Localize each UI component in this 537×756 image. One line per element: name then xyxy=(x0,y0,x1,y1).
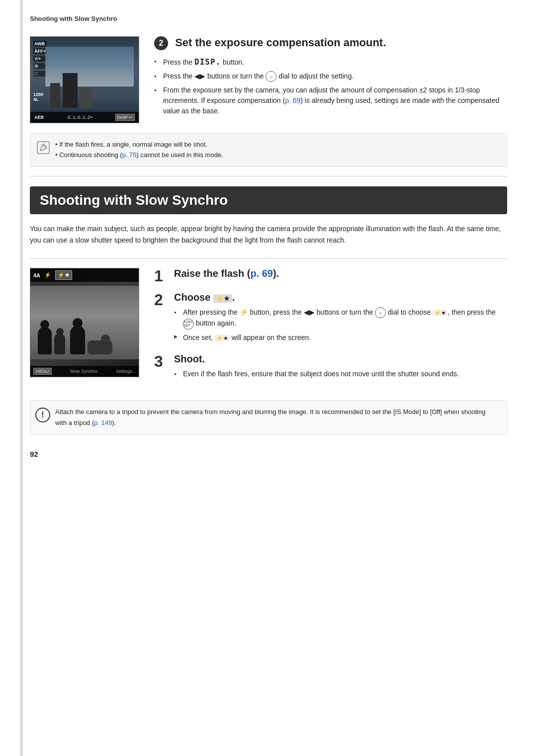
slow-icon-4a: 4A xyxy=(33,272,40,278)
camera-screen-exposure: AWB ÅFF+ ☆+ ⊙ □ 1280 4L AEB -2..1..0..1.… xyxy=(30,36,139,123)
slow-top-bar: 4A ⚡ ⚡★ xyxy=(30,268,139,282)
choose-icon: ⚡★ xyxy=(213,294,232,303)
slow-step3-number: 3 xyxy=(154,353,169,369)
building3 xyxy=(80,88,92,108)
note-text2: • Continuous shooting (p. 75) cannot be … xyxy=(55,150,499,161)
slow-step3-title: Shoot. xyxy=(174,353,507,365)
cam-icon-box: □ xyxy=(33,71,47,77)
slow-synchro-intro: You can make the main subject, such as p… xyxy=(30,223,507,247)
building2 xyxy=(63,73,78,108)
slow-step2-bullet1: After pressing the ⚡ button, press the ◀… xyxy=(174,307,507,330)
camera-aeb-label: AEB xyxy=(34,115,44,120)
link-p69-raise[interactable]: p. 69 xyxy=(250,268,273,279)
dial-icon: ○ xyxy=(266,71,276,82)
step2-content: 2 Set the exposure compensation amount. … xyxy=(154,36,507,123)
cam-icon-iso: ☆+ xyxy=(33,56,47,62)
svg-rect-0 xyxy=(37,142,49,154)
dog-head xyxy=(101,335,110,343)
settings-label: Settings... xyxy=(116,369,136,374)
step2-bullet2: Press the ◀▶ buttons or turn the ○ dial … xyxy=(154,71,507,82)
slow-step1: 1 Raise the flash (p. 69). xyxy=(154,268,507,284)
disp-text: DISP. xyxy=(194,57,221,67)
cam-icon-awb: AWB xyxy=(33,41,47,47)
cam-resolution: 1280 4L xyxy=(33,92,43,102)
header-title: Shooting with Slow Synchro xyxy=(30,15,117,22)
note-pencil-icon xyxy=(36,141,50,155)
page-header: Shooting with Slow Synchro xyxy=(30,15,507,25)
cam-icon-bracket: ⊙ xyxy=(33,63,47,69)
slow-synchro-label: Slow Synchro xyxy=(70,369,97,374)
func-circle: FUNCSET xyxy=(183,319,194,330)
person1-head xyxy=(40,320,49,329)
slow-step1-title: Raise the flash (p. 69). xyxy=(174,268,507,279)
slow-step2-title: Choose ⚡★. xyxy=(174,292,507,303)
camera-screen-slow: 4A ⚡ ⚡★ xyxy=(30,268,139,377)
camera-bottom-bar: AEB -2..1..0..1..2+ DISP ↩ xyxy=(30,112,139,123)
step2-number-circle: 2 xyxy=(154,36,168,50)
slow-step1-content: Raise the flash (p. 69). xyxy=(174,268,507,283)
step2-title: 2 Set the exposure compensation amount. xyxy=(154,36,507,50)
section-slow-synchro: 4A ⚡ ⚡★ xyxy=(30,268,507,390)
step2-title-text: Set the exposure compensation amount. xyxy=(175,36,386,49)
slow-step3: 3 Shoot. Even if the flash fires, ensure… xyxy=(154,353,507,382)
note-text1: • If the flash fires, a single, normal i… xyxy=(55,140,499,150)
slow-bottom-bar: MENU Slow Synchro Settings... xyxy=(30,366,139,377)
dial-icon2: ○ xyxy=(375,307,386,318)
step2-bullets: Press the DISP. button. Press the ◀▶ but… xyxy=(154,56,507,116)
choose-icon2: ⚡★ xyxy=(433,310,448,316)
step2-bullet3: From the exposure set by the camera, you… xyxy=(154,85,507,116)
person1-body xyxy=(38,327,52,354)
people-scene-bg xyxy=(30,286,139,359)
link-p69[interactable]: p. 69 xyxy=(285,96,300,104)
warning-text: Attach the camera to a tripod to prevent… xyxy=(55,408,485,426)
slow-icon-flash: ⚡ xyxy=(44,272,51,278)
slow-step3-bullets: Even if the flash fires, ensure that the… xyxy=(174,369,507,379)
person2-body xyxy=(54,334,65,354)
icon-once-set: ⚡★ xyxy=(215,335,230,341)
slow-step2-content: Choose ⚡★. After pressing the ⚡ button, … xyxy=(174,292,507,345)
camera-icons-left: AWB ÅFF+ ☆+ ⊙ □ xyxy=(33,41,47,77)
person2-head xyxy=(56,328,64,336)
section-exposure: AWB ÅFF+ ☆+ ⊙ □ 1280 4L AEB -2..1..0..1.… xyxy=(30,36,507,123)
link-p75[interactable]: p. 75 xyxy=(122,151,137,159)
menu-label: MENU xyxy=(33,368,52,375)
camera-disp-label: DISP ↩ xyxy=(115,114,135,121)
slow-icon-selected: ⚡★ xyxy=(55,270,72,280)
slow-step2-arrow: Once set, ⚡★ will appear on the screen. xyxy=(174,333,507,343)
slow-step3-bullet1: Even if the flash fires, ensure that the… xyxy=(174,369,507,379)
slow-step2-bullets: After pressing the ⚡ button, press the ◀… xyxy=(174,307,507,330)
building1 xyxy=(50,83,60,108)
section-divider2 xyxy=(30,258,507,259)
exposure-scale: -2..1..0..1..2+ xyxy=(66,115,92,120)
slow-step2-number: 2 xyxy=(154,292,169,308)
person3-body xyxy=(70,326,85,354)
note-box: • If the flash fires, a single, normal i… xyxy=(30,133,507,167)
link-p149[interactable]: p. 149 xyxy=(94,419,112,426)
person3-head xyxy=(73,318,83,328)
page-left-border xyxy=(20,0,23,756)
slow-step3-content: Shoot. Even if the flash fires, ensure t… xyxy=(174,353,507,382)
slow-step2: 2 Choose ⚡★. After pressing the ⚡ button… xyxy=(154,292,507,345)
cam-icon-aff: ÅFF+ xyxy=(33,48,47,54)
page-number: 92 xyxy=(30,450,507,458)
slow-step1-number: 1 xyxy=(154,268,169,284)
slow-synchro-steps: 1 Raise the flash (p. 69). 2 Choose ⚡★. xyxy=(154,268,507,390)
step2-bullet1: Press the DISP. button. xyxy=(154,56,507,68)
dog-body xyxy=(88,340,112,354)
warning-box: ! Attach the camera to a tripod to preve… xyxy=(30,400,507,435)
slow-synchro-banner-title: Shooting with Slow Synchro xyxy=(40,192,228,208)
slow-synchro-banner: Shooting with Slow Synchro xyxy=(30,186,507,214)
svg-line-1 xyxy=(43,144,47,148)
section-divider xyxy=(30,176,507,176)
sky-bg xyxy=(45,47,134,86)
warning-icon: ! xyxy=(35,408,50,422)
